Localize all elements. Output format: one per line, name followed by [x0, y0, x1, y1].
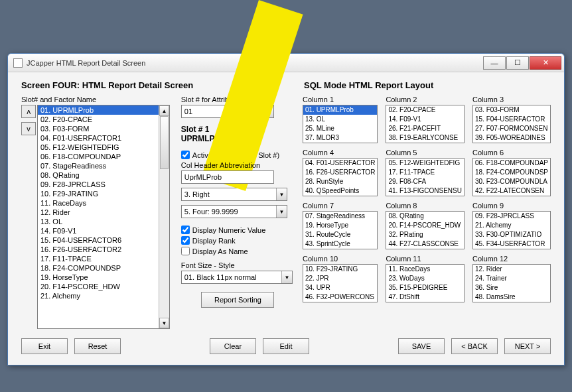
- list-item[interactable]: 37. MLOR3: [303, 133, 377, 143]
- list-item[interactable]: 33. F30-OPTIMIZATIO: [473, 230, 550, 239]
- list-item[interactable]: 01. UPRMLProb: [38, 105, 169, 115]
- back-button[interactable]: < BACK: [451, 338, 498, 354]
- list-item[interactable]: 03. F03-FORM: [38, 124, 169, 133]
- scrollbar[interactable]: ▲ ▼: [159, 105, 169, 328]
- list-item[interactable]: 09. F28-JPRCLASS: [473, 212, 550, 221]
- list-item[interactable]: 21. Alchemy: [38, 291, 169, 300]
- column-listbox[interactable]: 04. F01-USERFACTOR16. F26-USERFACTOR28. …: [303, 158, 378, 196]
- list-item[interactable]: 12. Rider: [38, 208, 169, 217]
- list-item[interactable]: 18. F24-COMPOUNDSP: [38, 263, 169, 273]
- column-listbox[interactable]: 09. F28-JPRCLASS21. Alchemy33. F30-OPTIM…: [472, 211, 551, 249]
- list-item[interactable]: 40. QSpeedPoints: [303, 186, 377, 196]
- list-item[interactable]: 38. F19-EARLYCONSE: [386, 133, 464, 143]
- list-item[interactable]: 48. DamsSire: [473, 293, 550, 302]
- scroll-down-icon[interactable]: ▼: [159, 318, 169, 328]
- list-item[interactable]: 32. PRating: [386, 230, 464, 239]
- list-item[interactable]: 13. OL: [303, 115, 377, 124]
- align-combo[interactable]: 3. Right ▼: [181, 188, 287, 201]
- list-item[interactable]: 07. StageReadiness: [303, 212, 377, 221]
- list-item[interactable]: 16. F26-USERFACTOR2: [38, 245, 169, 254]
- report-sorting-button[interactable]: Report Sorting: [201, 292, 274, 308]
- list-item[interactable]: 45. F34-USERFACTOR: [473, 239, 550, 249]
- list-item[interactable]: 26. F21-PACEFIT: [386, 124, 464, 133]
- list-item[interactable]: 16. F26-USERFACTOR: [303, 168, 377, 177]
- edit-button[interactable]: Edit: [263, 338, 309, 354]
- list-item[interactable]: 14. F09-V1: [38, 226, 169, 235]
- column-listbox[interactable]: 12. Rider24. Trainer36. Sire48. DamsSire: [472, 264, 551, 302]
- numeric-checkbox[interactable]: [181, 226, 190, 234]
- list-item[interactable]: 06. F18-COMPOUNDAP: [473, 159, 550, 168]
- list-item[interactable]: 15. F04-USERFACTOR: [473, 115, 550, 124]
- maximize-button[interactable]: ☐: [506, 56, 529, 70]
- column-listbox[interactable]: 03. F03-FORM15. F04-USERFACTOR27. F07-FO…: [472, 105, 551, 143]
- active-checkbox[interactable]: [181, 151, 190, 159]
- column-listbox[interactable]: 10. F29-JRATING22. JPR34. UPR46. F32-POW…: [303, 264, 378, 302]
- list-item[interactable]: 31. RouteCycle: [303, 230, 377, 239]
- list-item[interactable]: 08. QRating: [38, 170, 169, 180]
- list-item[interactable]: 17. F11-TPACE: [38, 254, 169, 263]
- column-listbox[interactable]: 06. F18-COMPOUNDAP18. F24-COMPOUNDSP30. …: [472, 158, 551, 196]
- font-combo[interactable]: 01. Black 11px normal ▼: [181, 271, 293, 284]
- list-item[interactable]: 24. Trainer: [473, 274, 550, 283]
- list-item[interactable]: 09. F28-JPRCLASS: [38, 180, 169, 189]
- list-item[interactable]: 11. RaceDays: [386, 265, 464, 274]
- list-item[interactable]: 03. F03-FORM: [473, 105, 550, 115]
- list-item[interactable]: 43. SprintCycle: [303, 239, 377, 249]
- name-checkbox[interactable]: [181, 247, 190, 255]
- next-button[interactable]: NEXT >: [504, 338, 551, 354]
- list-item[interactable]: 02. F20-CPACE: [386, 105, 464, 115]
- list-item[interactable]: 23. WoDays: [386, 274, 464, 283]
- column-listbox[interactable]: 08. QRating20. F14-PSCORE_HDW32. PRating…: [386, 211, 465, 249]
- list-item[interactable]: 25. MLine: [303, 124, 377, 133]
- list-item[interactable]: 44. F27-CLASSCONSE: [386, 239, 464, 249]
- slot-up-button[interactable]: ʌ: [21, 105, 36, 118]
- list-item[interactable]: 20. F14-PSCORE_HDW: [38, 282, 169, 291]
- list-item[interactable]: 01. UPRMLProb: [303, 105, 377, 115]
- minimize-button[interactable]: —: [483, 56, 506, 70]
- list-item[interactable]: 30. F23-COMPOUNDLA: [473, 177, 550, 186]
- list-item[interactable]: 17. F11-TPACE: [386, 168, 464, 177]
- list-item[interactable]: 05. F12-WEIGHTEDFIG: [38, 143, 169, 152]
- slot-attr-combo[interactable]: 01 ▼: [181, 105, 274, 118]
- exit-button[interactable]: Exit: [21, 338, 68, 354]
- column-listbox[interactable]: 05. F12-WEIGHTEDFIG17. F11-TPACE29. F08-…: [386, 158, 465, 196]
- list-item[interactable]: 11. RaceDays: [38, 198, 169, 208]
- clear-button[interactable]: Clear: [210, 338, 256, 354]
- column-listbox[interactable]: 07. StageReadiness19. HorseType31. Route…: [303, 211, 378, 249]
- list-item[interactable]: 15. F04-USERFACTOR6: [38, 235, 169, 245]
- list-item[interactable]: 10. F29-JRATING: [303, 265, 377, 274]
- list-item[interactable]: 22. JPR: [303, 274, 377, 283]
- slot-listbox[interactable]: 01. UPRMLProb02. F20-CPACE03. F03-FORM04…: [37, 105, 170, 329]
- list-item[interactable]: 19. HorseType: [38, 273, 169, 282]
- list-item[interactable]: 04. F01-USERFACTOR: [303, 159, 377, 168]
- list-item[interactable]: 39. F05-WOREADINES: [473, 133, 550, 143]
- list-item[interactable]: 08. QRating: [386, 212, 464, 221]
- scroll-up-icon[interactable]: ▲: [159, 105, 169, 116]
- list-item[interactable]: 14. F09-V1: [386, 115, 464, 124]
- list-item[interactable]: 34. UPR: [303, 283, 377, 293]
- list-item[interactable]: 05. F12-WEIGHTEDFIG: [386, 159, 464, 168]
- list-item[interactable]: 36. Sire: [473, 283, 550, 293]
- list-item[interactable]: 35. F15-PEDIGREE: [386, 283, 464, 293]
- list-item[interactable]: 41. F13-FIGCONSENSU: [386, 186, 464, 196]
- list-item[interactable]: 06. F18-COMPOUNDAP: [38, 152, 169, 161]
- list-item[interactable]: 42. F22-LATECONSEN: [473, 186, 550, 196]
- list-item[interactable]: 47. DtShift: [386, 293, 464, 302]
- save-button[interactable]: SAVE: [398, 338, 445, 354]
- list-item[interactable]: 10. F29-JRATING: [38, 189, 169, 198]
- scroll-thumb[interactable]: [160, 116, 169, 169]
- list-item[interactable]: 28. RunStyle: [303, 177, 377, 186]
- list-item[interactable]: 13. OL: [38, 217, 169, 226]
- list-item[interactable]: 04. F01-USERFACTOR1: [38, 133, 169, 143]
- list-item[interactable]: 21. Alchemy: [473, 221, 550, 230]
- list-item[interactable]: 46. F32-POWERCONS: [303, 293, 377, 302]
- abbrev-input[interactable]: [181, 170, 274, 184]
- column-listbox[interactable]: 11. RaceDays23. WoDays35. F15-PEDIGREE47…: [386, 264, 465, 302]
- list-item[interactable]: 29. F08-CFA: [386, 177, 464, 186]
- close-button[interactable]: ✕: [530, 56, 561, 70]
- format-combo[interactable]: 5. Four: 99.9999 ▼: [181, 205, 287, 218]
- column-listbox[interactable]: 01. UPRMLProb13. OL25. MLine37. MLOR3: [303, 105, 378, 143]
- column-listbox[interactable]: 02. F20-CPACE14. F09-V126. F21-PACEFIT38…: [386, 105, 465, 143]
- list-item[interactable]: 20. F14-PSCORE_HDW: [386, 221, 464, 230]
- list-item[interactable]: 19. HorseType: [303, 221, 377, 230]
